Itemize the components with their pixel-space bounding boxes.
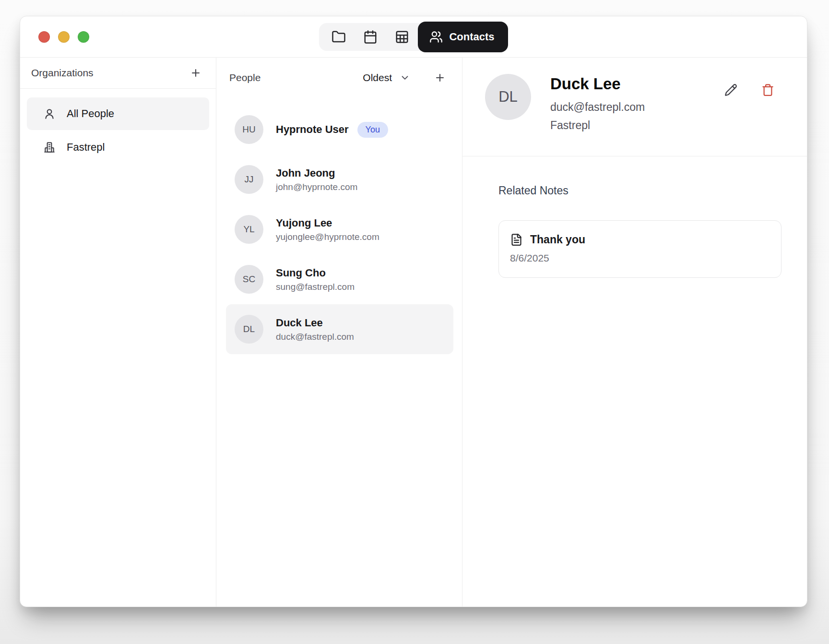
person-row-john-jeong[interactable]: JJ John Jeong john@hyprnote.com — [226, 155, 453, 204]
people-panel: People Oldest HU — [216, 58, 462, 607]
people-header: People Oldest — [216, 58, 462, 98]
contact-detail-body: Related Notes Thank you 8/6/2025 — [462, 156, 807, 278]
avatar: YL — [235, 215, 263, 244]
sort-dropdown[interactable]: Oldest — [363, 72, 410, 83]
you-badge: You — [357, 122, 388, 138]
table-icon — [395, 30, 409, 44]
users-icon — [429, 30, 443, 44]
sidebar-item-fastrepl[interactable]: Fastrepl — [27, 131, 209, 164]
tab-calendar[interactable] — [355, 23, 386, 51]
building-icon — [43, 141, 56, 154]
avatar: JJ — [235, 165, 263, 194]
person-row-duck-lee[interactable]: DL Duck Lee duck@fastrepl.com — [226, 304, 453, 354]
delete-contact-button[interactable] — [759, 82, 776, 98]
tab-table[interactable] — [386, 23, 418, 51]
avatar: HU — [235, 115, 263, 144]
organizations-list: All People Fastrepl — [20, 89, 216, 172]
titlebar: Contacts — [20, 16, 807, 57]
people-list: HU Hyprnote User You JJ John Jeong john@… — [216, 98, 462, 354]
related-notes-title: Related Notes — [498, 184, 782, 197]
person-email: sung@fastrepl.com — [276, 282, 355, 292]
chevron-down-icon — [400, 72, 410, 83]
traffic-lights — [38, 31, 89, 43]
minimize-button[interactable] — [58, 31, 70, 43]
person-name: Sung Cho — [276, 267, 355, 279]
contact-name: Duck Lee — [550, 75, 645, 93]
avatar: SC — [235, 265, 263, 294]
contact-email: duck@fastrepl.com — [550, 101, 645, 114]
close-button[interactable] — [38, 31, 50, 43]
person-row-sung-cho[interactable]: SC Sung Cho sung@fastrepl.com — [226, 254, 453, 304]
plus-icon — [434, 72, 446, 83]
sidebar-item-all-people[interactable]: All People — [27, 97, 209, 130]
tab-contacts[interactable]: Contacts — [418, 22, 508, 52]
add-person-button[interactable] — [432, 70, 448, 85]
main-columns: Organizations All People — [20, 57, 807, 607]
organizations-sidebar: Organizations All People — [20, 58, 216, 607]
related-note-card[interactable]: Thank you 8/6/2025 — [498, 220, 782, 278]
file-text-icon — [510, 233, 523, 246]
view-switcher: Contacts — [319, 23, 508, 51]
person-row-yujong-lee[interactable]: YL Yujong Lee yujonglee@hyprnote.com — [226, 204, 453, 254]
person-name: Yujong Lee — [276, 217, 379, 229]
person-email: yujonglee@hyprnote.com — [276, 232, 379, 242]
person-name: John Jeong — [276, 167, 357, 179]
contact-organization: Fastrepl — [550, 119, 645, 132]
plus-icon — [190, 67, 201, 79]
trash-icon — [761, 83, 774, 96]
people-title: People — [229, 72, 261, 83]
contact-detail-header: DL Duck Lee duck@fastrepl.com Fastrepl — [462, 58, 807, 156]
contact-actions — [722, 82, 776, 98]
pencil-icon — [724, 83, 737, 96]
add-organization-button[interactable] — [188, 65, 203, 81]
avatar: DL — [485, 74, 531, 120]
sort-value: Oldest — [363, 72, 392, 83]
sidebar-item-label: All People — [67, 107, 114, 120]
tab-notes[interactable] — [323, 23, 355, 51]
sidebar-item-label: Fastrepl — [67, 141, 105, 154]
person-name: Hyprnote User — [276, 123, 349, 136]
person-icon — [43, 107, 56, 120]
person-row-hyprnote-user[interactable]: HU Hyprnote User You — [226, 105, 453, 155]
person-email: duck@fastrepl.com — [276, 332, 354, 342]
person-email: john@hyprnote.com — [276, 182, 357, 192]
person-name: Duck Lee — [276, 317, 354, 329]
note-title: Thank you — [530, 233, 585, 246]
avatar: DL — [235, 315, 263, 344]
edit-contact-button[interactable] — [722, 82, 739, 98]
organizations-header: Organizations — [20, 58, 216, 89]
note-date: 8/6/2025 — [510, 252, 770, 264]
zoom-button[interactable] — [78, 31, 89, 43]
calendar-icon — [363, 30, 378, 44]
contacts-tab-label: Contacts — [449, 31, 494, 43]
app-window: Contacts Organizations All People — [20, 16, 807, 607]
folder-icon — [332, 30, 346, 44]
contact-detail-panel: DL Duck Lee duck@fastrepl.com Fastrepl — [462, 58, 807, 607]
organizations-title: Organizations — [31, 67, 94, 79]
